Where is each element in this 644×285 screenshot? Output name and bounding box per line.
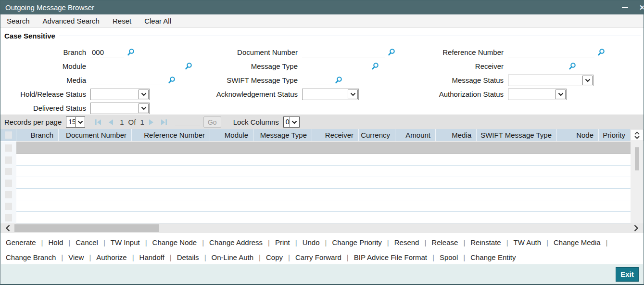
column-header[interactable]: Branch bbox=[16, 129, 59, 141]
action-link[interactable]: BIP Advice File Format| bbox=[354, 253, 440, 261]
media-search-icon[interactable] bbox=[168, 76, 176, 84]
row-checkbox[interactable] bbox=[0, 177, 16, 189]
chevron-down-icon[interactable] bbox=[582, 76, 593, 85]
delivered-status-select[interactable] bbox=[90, 103, 150, 114]
minimize-icon[interactable] bbox=[622, 7, 628, 8]
action-link[interactable]: Release| bbox=[431, 238, 470, 246]
next-page-icon[interactable] bbox=[149, 119, 154, 126]
chevron-down-icon[interactable] bbox=[348, 90, 358, 99]
action-link[interactable]: Change Priority| bbox=[332, 238, 394, 246]
message-type-search-icon[interactable] bbox=[371, 62, 379, 70]
column-header[interactable]: SWIFT Message Type bbox=[477, 129, 557, 141]
column-header[interactable]: Priority bbox=[599, 129, 631, 141]
action-link[interactable]: Generate| bbox=[6, 238, 48, 246]
table-row[interactable] bbox=[0, 189, 631, 200]
vertical-scrollbar[interactable] bbox=[631, 129, 644, 223]
chevron-down-icon[interactable] bbox=[139, 104, 149, 113]
table-row[interactable] bbox=[0, 177, 631, 189]
go-to-page-input[interactable] bbox=[175, 118, 200, 126]
action-link[interactable]: Resend| bbox=[394, 238, 432, 246]
acknowledgement-status-select[interactable] bbox=[302, 89, 359, 100]
table-row[interactable] bbox=[0, 154, 631, 166]
vertical-scroll-thumb[interactable] bbox=[635, 147, 639, 170]
horizontal-scroll-thumb[interactable] bbox=[14, 224, 159, 232]
column-header[interactable]: Message Type bbox=[253, 129, 312, 141]
reference-number-input[interactable] bbox=[508, 48, 594, 57]
action-link[interactable]: Copy| bbox=[266, 253, 295, 261]
action-link[interactable]: Change Media| bbox=[554, 238, 613, 246]
exit-button[interactable]: Exit bbox=[616, 267, 639, 282]
search-menu-item[interactable]: Search bbox=[7, 17, 30, 25]
receiver-input[interactable] bbox=[508, 62, 566, 71]
authorization-status-select[interactable] bbox=[508, 89, 567, 100]
close-icon[interactable]: ✕ bbox=[639, 3, 644, 12]
column-header[interactable]: Media bbox=[436, 129, 477, 141]
previous-page-icon[interactable] bbox=[108, 119, 114, 126]
action-link[interactable]: TW Auth| bbox=[514, 238, 554, 246]
chevron-left-icon[interactable] bbox=[6, 225, 10, 232]
receiver-search-icon[interactable] bbox=[568, 62, 576, 70]
module-input[interactable] bbox=[90, 62, 182, 71]
action-link[interactable]: Spool| bbox=[440, 253, 470, 261]
chevron-down-icon[interactable] bbox=[290, 117, 299, 127]
records-per-page-select[interactable]: 15 bbox=[66, 117, 85, 128]
advanced-search-menu-item[interactable]: Advanced Search bbox=[43, 17, 100, 25]
row-checkbox[interactable] bbox=[0, 189, 16, 200]
branch-input[interactable] bbox=[90, 48, 124, 57]
horizontal-scrollbar[interactable] bbox=[0, 223, 644, 233]
table-row[interactable] bbox=[0, 200, 631, 212]
row-checkbox[interactable] bbox=[0, 200, 16, 212]
message-status-select[interactable] bbox=[508, 75, 593, 86]
table-row[interactable] bbox=[0, 212, 631, 223]
action-link[interactable]: Hold| bbox=[48, 238, 76, 246]
lock-columns-select[interactable]: 0 bbox=[283, 117, 300, 128]
swift-message-type-search-icon[interactable] bbox=[335, 76, 342, 84]
reference-number-search-icon[interactable] bbox=[597, 48, 605, 56]
select-all-checkbox[interactable] bbox=[0, 129, 16, 141]
row-checkbox[interactable] bbox=[0, 166, 16, 177]
action-link[interactable]: Authorize| bbox=[96, 253, 139, 261]
action-link[interactable]: Undo| bbox=[303, 238, 332, 246]
action-link[interactable]: View| bbox=[68, 253, 96, 261]
vertical-scroll-buttons[interactable] bbox=[631, 129, 644, 141]
column-header[interactable]: Module bbox=[210, 129, 253, 141]
media-input[interactable] bbox=[90, 76, 165, 85]
action-link[interactable]: Change Node| bbox=[152, 238, 209, 246]
action-link[interactable]: On-Line Auth| bbox=[212, 253, 266, 261]
chevron-down-icon[interactable] bbox=[75, 117, 85, 127]
chevron-right-icon[interactable] bbox=[634, 225, 638, 232]
row-checkbox[interactable] bbox=[0, 154, 16, 166]
chevron-down-icon[interactable] bbox=[139, 90, 149, 99]
column-header[interactable]: Reference Number bbox=[132, 129, 210, 141]
table-row[interactable] bbox=[0, 142, 631, 154]
module-search-icon[interactable] bbox=[185, 62, 192, 70]
column-header[interactable]: Node bbox=[557, 129, 599, 141]
column-header[interactable]: Currency bbox=[359, 129, 395, 141]
action-link[interactable]: Cancel| bbox=[76, 238, 111, 246]
go-button[interactable]: Go bbox=[203, 117, 221, 128]
clear-all-menu-item[interactable]: Clear All bbox=[144, 17, 171, 25]
action-link[interactable]: Carry Forward| bbox=[295, 253, 354, 261]
action-link[interactable]: Print| bbox=[275, 238, 303, 246]
reset-menu-item[interactable]: Reset bbox=[113, 17, 131, 25]
last-page-icon[interactable] bbox=[161, 119, 167, 126]
document-number-input[interactable] bbox=[302, 48, 385, 57]
action-link[interactable]: TW Input| bbox=[111, 238, 152, 246]
action-link[interactable]: Handoff| bbox=[139, 253, 177, 261]
hold-release-status-select[interactable] bbox=[90, 89, 150, 100]
table-row[interactable] bbox=[0, 166, 631, 177]
row-checkbox[interactable] bbox=[0, 212, 16, 223]
action-link[interactable]: Change Address| bbox=[209, 238, 275, 246]
chevron-down-icon[interactable] bbox=[556, 90, 566, 99]
message-type-input[interactable] bbox=[302, 62, 368, 71]
action-link[interactable]: Change Entity| bbox=[470, 253, 516, 261]
row-checkbox[interactable] bbox=[0, 142, 16, 154]
document-number-search-icon[interactable] bbox=[388, 48, 395, 56]
action-link[interactable]: Details| bbox=[177, 253, 212, 261]
column-header[interactable]: Amount bbox=[395, 129, 436, 141]
first-page-icon[interactable] bbox=[95, 119, 101, 126]
action-link[interactable]: Reinstate| bbox=[470, 238, 513, 246]
swift-message-type-input[interactable] bbox=[302, 76, 332, 85]
branch-search-icon[interactable] bbox=[127, 48, 135, 56]
column-header[interactable]: Receiver bbox=[312, 129, 359, 141]
